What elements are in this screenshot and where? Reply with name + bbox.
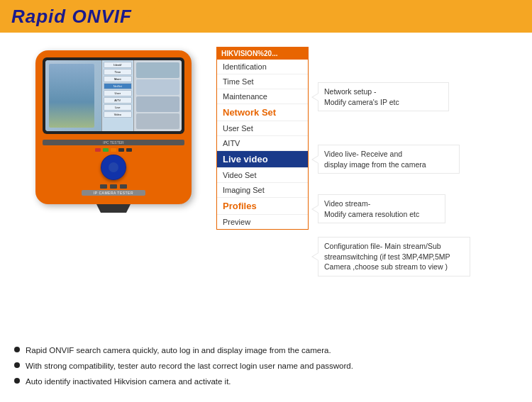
bullet-text-2: With strong compatibility, tester auto r…	[26, 360, 353, 372]
callout-profiles-text: Configuration file- Main stream/Substrea…	[324, 242, 450, 271]
device-label-bar: IPC TESTER	[43, 140, 184, 145]
ctrl-btn-dark[interactable]	[118, 148, 124, 152]
menu-item-profiles[interactable]: Profiles	[217, 198, 308, 215]
device-body: Identif Time Maint NetSet User AITV Live…	[35, 50, 192, 213]
device-section: Identif Time Maint NetSet User AITV Live…	[14, 40, 213, 395]
screen-menu-item: Identif	[104, 62, 132, 68]
screen-right	[134, 60, 182, 131]
bottom-btn-3[interactable]	[120, 184, 127, 189]
bottom-btn-2[interactable]	[110, 184, 117, 189]
menu-item-maintenance[interactable]: Maintenance	[217, 89, 308, 104]
bullet-item-1: Rapid ONVIF search camera quickly, auto …	[14, 345, 518, 356]
menu-item-userset[interactable]: User Set	[217, 121, 308, 136]
menu-item-videoset[interactable]: Video Set	[217, 168, 308, 183]
screen-menu-item: Video	[104, 111, 132, 118]
callout-live-text: Video live- Receive anddisplay image fro…	[324, 150, 426, 169]
screen-thumb-2	[136, 79, 179, 95]
bullet-item-2: With strong compatibility, tester auto r…	[14, 360, 518, 372]
ctrl-btn-orange[interactable]	[111, 148, 116, 152]
menu-item-aitv[interactable]: AITV	[217, 136, 308, 151]
screen-menu-item-active: NetSet	[104, 83, 132, 89]
dpad[interactable]	[101, 155, 126, 180]
menu-item-livevideo[interactable]: Live video	[217, 151, 308, 168]
device-outer: Identif Time Maint NetSet User AITV Live…	[35, 50, 192, 204]
menu-item-timeset[interactable]: Time Set	[217, 74, 308, 89]
bullet-text-3: Auto identify inactivated Hikvision came…	[26, 376, 231, 387]
screen-menu-item: User	[104, 90, 132, 96]
callout-network-text: Network setup -Modify camera's IP etc	[324, 87, 399, 106]
page-header: Rapid ONVIF	[0, 0, 532, 33]
screen-thumb-4	[136, 113, 179, 129]
bullet-dot-1	[14, 347, 20, 352]
callout-profiles: Configuration file- Main stream/Substrea…	[318, 237, 470, 277]
dpad-ring[interactable]	[101, 155, 126, 180]
bullets-section: Rapid ONVIF search camera quickly, auto …	[14, 345, 518, 391]
menu-item-identification[interactable]: Identification	[217, 60, 308, 74]
screen-menu-item: Live	[104, 104, 132, 111]
screen-left: Identif Time Maint NetSet User AITV Live…	[45, 60, 134, 131]
page-title: Rapid ONVIF	[11, 6, 132, 28]
device-stand	[92, 204, 135, 213]
ctrl-btn-dark2[interactable]	[126, 148, 132, 152]
callout-live: Video live- Receive anddisplay image fro…	[318, 145, 460, 174]
menu-item-imagingset[interactable]: Imaging Set	[217, 183, 308, 198]
bottom-btn-1[interactable]	[100, 184, 107, 189]
ui-section: HIKVISION%20... Identification Time Set …	[213, 40, 518, 395]
screen-thumb-3	[136, 96, 179, 112]
menu-header: HIKVISION%20...	[217, 48, 308, 60]
device-screen: Identif Time Maint NetSet User AITV Live…	[45, 60, 182, 131]
screen-menu-item: Time	[104, 69, 132, 75]
screen-menu: Identif Time Maint NetSet User AITV Live…	[101, 60, 133, 131]
bottom-row	[100, 184, 127, 189]
callout-video: Video stream-Modify camera resolution et…	[318, 194, 445, 223]
callout-video-text: Video stream-Modify camera resolution et…	[324, 199, 419, 218]
menu-panel: HIKVISION%20... Identification Time Set …	[216, 47, 309, 230]
ctrl-btn-green[interactable]	[103, 148, 109, 152]
ctrl-btn-red[interactable]	[95, 148, 101, 152]
bullet-text-1: Rapid ONVIF search camera quickly, auto …	[26, 345, 331, 356]
header-divider	[138, 0, 160, 33]
callout-network: Network setup -Modify camera's IP etc	[318, 82, 449, 111]
screen-thumb-1	[136, 62, 179, 78]
device-controls	[43, 148, 184, 189]
menu-item-preview[interactable]: Preview	[217, 215, 308, 229]
bullet-dot-2	[14, 362, 20, 368]
bullet-item-3: Auto identify inactivated Hikvision came…	[14, 376, 518, 387]
device-brand-label: IP CAMERA TESTER	[82, 190, 145, 196]
control-row-top	[95, 148, 132, 152]
dpad-center[interactable]	[109, 162, 118, 172]
screen-menu-item: Maint	[104, 76, 132, 82]
bullet-dot-3	[14, 378, 20, 384]
screen-menu-item: AITV	[104, 97, 132, 104]
menu-item-networkset[interactable]: Network Set	[217, 104, 308, 121]
device-screen-area: Identif Time Maint NetSet User AITV Live…	[43, 57, 184, 134]
